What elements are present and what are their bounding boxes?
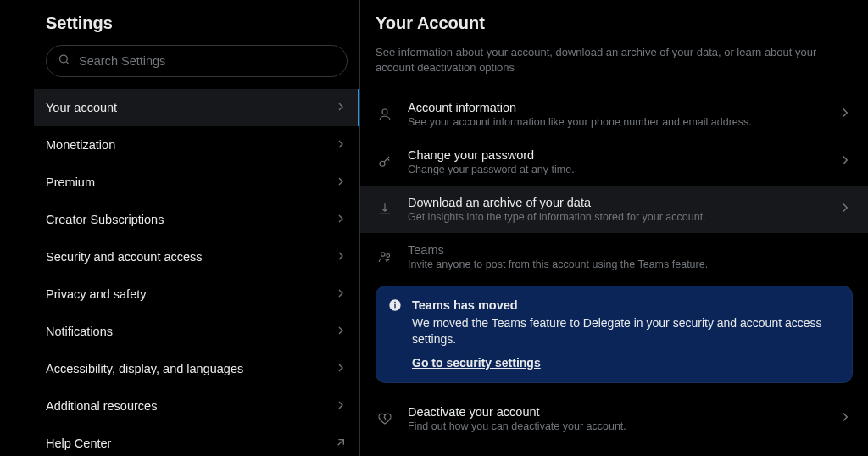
nav-label: Premium <box>46 175 95 189</box>
search-wrap <box>34 45 359 89</box>
search-box <box>46 45 348 77</box>
chevron-right-icon <box>334 286 348 303</box>
nav-additional[interactable]: Additional resources <box>34 387 359 425</box>
settings-sidebar: Settings Your account Monetization Premi… <box>0 0 360 456</box>
chevron-right-icon <box>334 398 348 414</box>
nav-privacy[interactable]: Privacy and safety <box>34 275 359 313</box>
nav-notifications[interactable]: Notifications <box>34 313 359 350</box>
nav-your-account[interactable]: Your account <box>34 89 359 126</box>
svg-line-2 <box>338 439 344 445</box>
chevron-right-icon <box>334 175 348 191</box>
chevron-right-icon <box>334 249 348 265</box>
row-deactivate[interactable]: Deactivate your account Find out how you… <box>360 395 868 442</box>
svg-point-5 <box>381 253 386 257</box>
heartbreak-icon <box>376 411 394 426</box>
user-icon <box>376 107 394 122</box>
chevron-right-icon <box>837 409 853 428</box>
row-title: Account information <box>408 101 824 114</box>
settings-title: Settings <box>34 8 359 45</box>
nav-label: Privacy and safety <box>46 287 146 301</box>
page-title: Your Account <box>360 8 868 45</box>
chevron-right-icon <box>837 200 853 219</box>
chevron-right-icon <box>837 153 853 171</box>
chevron-right-icon <box>837 105 853 124</box>
key-icon <box>376 154 394 170</box>
nav-premium[interactable]: Premium <box>34 164 359 201</box>
nav-accessibility[interactable]: Accessibility, display, and languages <box>34 350 359 387</box>
chevron-right-icon <box>334 361 348 377</box>
search-input[interactable] <box>46 45 348 77</box>
row-sub: Invite anyone to post from this account … <box>408 259 853 270</box>
go-to-security-link[interactable]: Go to security settings <box>412 356 541 370</box>
row-title: Deactivate your account <box>408 405 824 419</box>
download-icon <box>376 202 394 217</box>
row-title: Download an archive of your data <box>408 196 824 209</box>
nav-creator-subs[interactable]: Creator Subscriptions <box>34 201 359 238</box>
info-title: Teams has moved <box>412 298 840 312</box>
nav-label: Help Center <box>46 437 111 450</box>
row-account-info[interactable]: Account information See your account inf… <box>360 91 868 138</box>
chevron-right-icon <box>334 100 348 116</box>
row-sub: See your account information like your p… <box>408 116 824 128</box>
nav-list: Your account Monetization Premium Creato… <box>34 89 359 456</box>
chevron-right-icon <box>334 212 348 228</box>
nav-monetization[interactable]: Monetization <box>34 126 359 164</box>
svg-point-9 <box>394 302 396 303</box>
users-icon <box>376 249 394 264</box>
row-sub: Change your password at any time. <box>408 164 824 175</box>
row-body: Account information See your account inf… <box>408 101 824 128</box>
nav-label: Monetization <box>46 138 115 152</box>
row-body: Download an archive of your data Get ins… <box>408 196 824 223</box>
row-change-password[interactable]: Change your password Change your passwor… <box>360 138 868 186</box>
main-panel: Your Account See information about your … <box>360 0 868 456</box>
page-description: See information about your account, down… <box>360 45 868 91</box>
nav-label: Creator Subscriptions <box>46 213 164 226</box>
svg-point-3 <box>382 109 387 114</box>
chevron-right-icon <box>334 137 348 153</box>
row-body: Teams Invite anyone to post from this ac… <box>408 243 853 270</box>
nav-help-center[interactable]: Help Center <box>34 425 359 456</box>
nav-label: Notifications <box>46 325 113 338</box>
row-sub: Find out how you can deactivate your acc… <box>408 420 824 432</box>
svg-point-6 <box>387 254 390 258</box>
info-body: We moved the Teams feature to Delegate i… <box>412 315 840 348</box>
nav-label: Security and account access <box>46 250 203 264</box>
nav-label: Your account <box>46 101 117 114</box>
svg-line-1 <box>66 62 69 64</box>
row-title: Change your password <box>408 148 824 162</box>
svg-point-4 <box>380 162 385 167</box>
teams-moved-notice: Teams has moved We moved the Teams featu… <box>376 286 853 383</box>
row-teams: Teams Invite anyone to post from this ac… <box>360 233 868 281</box>
row-sub: Get insights into the type of informatio… <box>408 211 824 223</box>
row-download-archive[interactable]: Download an archive of your data Get ins… <box>360 186 868 233</box>
nav-label: Accessibility, display, and languages <box>46 362 243 375</box>
search-icon <box>58 53 70 70</box>
external-link-icon <box>334 436 348 452</box>
row-body: Deactivate your account Find out how you… <box>408 405 824 432</box>
nav-security[interactable]: Security and account access <box>34 238 359 275</box>
info-icon <box>388 298 402 315</box>
nav-label: Additional resources <box>46 399 157 413</box>
row-body: Change your password Change your passwor… <box>408 148 824 175</box>
row-title: Teams <box>408 243 853 257</box>
chevron-right-icon <box>334 324 348 340</box>
svg-rect-8 <box>394 304 395 309</box>
svg-point-0 <box>60 55 68 63</box>
